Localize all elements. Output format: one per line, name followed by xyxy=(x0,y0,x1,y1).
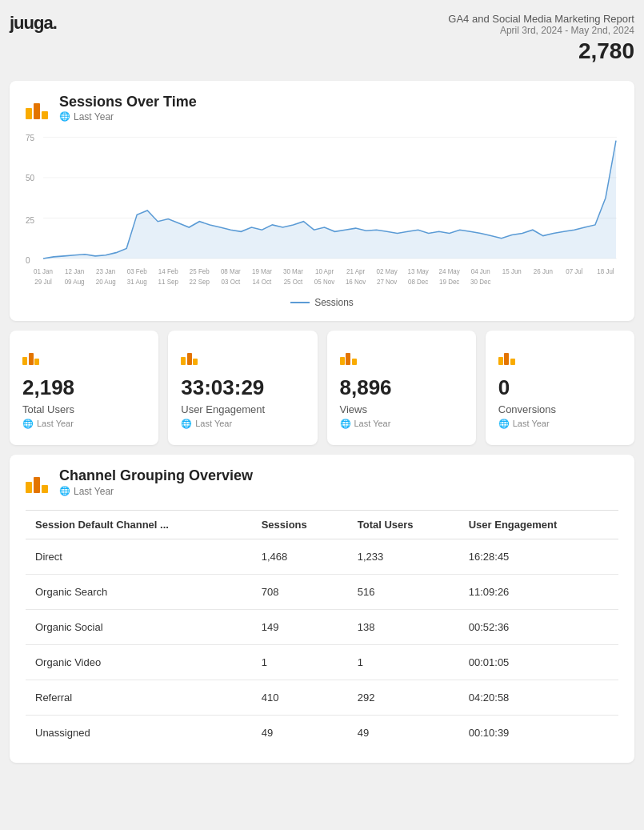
svg-text:0: 0 xyxy=(26,256,30,265)
metric-label-engagement: User Engagement xyxy=(181,403,265,415)
table-row: Direct 1,468 1,233 16:28:45 xyxy=(26,539,618,574)
svg-text:75: 75 xyxy=(26,133,34,142)
svg-text:21 Apr: 21 Apr xyxy=(346,267,365,275)
svg-text:01 Jan: 01 Jan xyxy=(34,267,53,275)
svg-text:14 Feb: 14 Feb xyxy=(158,267,178,275)
cell-users: 516 xyxy=(348,574,459,609)
col-engagement: User Engagement xyxy=(459,510,618,539)
cell-channel: Organic Search xyxy=(26,574,252,609)
globe-icon: 🌐 xyxy=(59,111,70,122)
svg-text:03 Feb: 03 Feb xyxy=(127,267,147,275)
cell-users: 292 xyxy=(348,680,459,715)
svg-text:08 Mar: 08 Mar xyxy=(221,267,241,275)
metric-value-engagement: 33:03:29 xyxy=(181,375,264,400)
metrics-row: 2,198 Total Users 🌐 Last Year 33:03:29 U… xyxy=(10,331,634,445)
svg-text:13 May: 13 May xyxy=(408,267,430,275)
channel-table: Session Default Channel ... Sessions Tot… xyxy=(26,510,618,750)
metric-subtitle-users: 🌐 Last Year xyxy=(22,419,74,429)
cell-engagement: 16:28:45 xyxy=(459,539,618,574)
svg-text:26 Jun: 26 Jun xyxy=(534,267,553,275)
sessions-title: Sessions Over Time xyxy=(59,94,197,110)
metric-value-views: 8,896 xyxy=(340,375,392,400)
svg-text:14 Oct: 14 Oct xyxy=(253,278,272,285)
channel-title: Channel Grouping Overview xyxy=(59,467,253,484)
metric-label-users: Total Users xyxy=(22,403,74,415)
channel-ga-icon xyxy=(26,469,51,495)
cell-users: 1 xyxy=(348,644,459,680)
svg-text:30 Dec: 30 Dec xyxy=(470,278,490,285)
legend-label: Sessions xyxy=(314,297,354,308)
channel-grouping-card: Channel Grouping Overview 🌐 Last Year Se… xyxy=(10,455,634,763)
cell-engagement: 11:09:26 xyxy=(459,574,618,609)
channel-table-head: Session Default Channel ... Sessions Tot… xyxy=(26,510,618,539)
legend-line xyxy=(290,302,310,303)
svg-text:30 Mar: 30 Mar xyxy=(283,267,303,275)
svg-text:09 Aug: 09 Aug xyxy=(65,278,85,285)
metric-icon-views xyxy=(340,347,359,366)
cell-sessions: 149 xyxy=(252,609,348,644)
table-row: Referral 410 292 04:20:58 xyxy=(26,680,618,715)
cell-engagement: 00:01:05 xyxy=(459,644,618,680)
report-info: GA4 and Social Media Marketing Report Ap… xyxy=(448,13,634,65)
metric-subtitle-views: 🌐 Last Year xyxy=(340,419,391,429)
report-date: April 3rd, 2024 - May 2nd, 2024 xyxy=(448,25,634,36)
metric-subtitle-conversions: 🌐 Last Year xyxy=(498,419,550,429)
sessions-over-time-card: Sessions Over Time 🌐 Last Year 75 50 25 … xyxy=(10,81,634,321)
cell-channel: Unassigned xyxy=(26,715,252,750)
svg-text:25 Oct: 25 Oct xyxy=(284,278,303,285)
svg-text:16 Nov: 16 Nov xyxy=(346,278,366,285)
ga-icon xyxy=(26,95,51,121)
sessions-card-title-block: Sessions Over Time 🌐 Last Year xyxy=(59,94,197,122)
svg-text:12 Jan: 12 Jan xyxy=(65,267,84,275)
svg-text:08 Dec: 08 Dec xyxy=(408,278,428,285)
table-row: Organic Social 149 138 00:52:36 xyxy=(26,609,618,644)
metric-value-users: 2,198 xyxy=(22,375,74,400)
chart-legend: Sessions xyxy=(26,297,618,308)
page-header: juuga. GA4 and Social Media Marketing Re… xyxy=(10,10,634,71)
channel-title-block: Channel Grouping Overview 🌐 Last Year xyxy=(59,467,253,497)
report-total: 2,780 xyxy=(448,38,634,65)
globe-icon-conversions: 🌐 xyxy=(498,419,510,429)
metric-value-conversions: 0 xyxy=(498,375,510,400)
sessions-fill xyxy=(43,140,616,258)
col-users: Total Users xyxy=(348,510,459,539)
cell-sessions: 1,468 xyxy=(252,539,348,574)
svg-text:05 Nov: 05 Nov xyxy=(314,278,335,285)
cell-engagement: 00:10:39 xyxy=(459,715,618,750)
globe-icon-channel: 🌐 xyxy=(59,486,70,496)
svg-text:19 Mar: 19 Mar xyxy=(252,267,272,275)
svg-text:15 Jun: 15 Jun xyxy=(502,267,522,275)
cell-channel: Referral xyxy=(26,680,252,715)
svg-text:29 Jul: 29 Jul xyxy=(34,278,52,285)
metric-icon-users xyxy=(22,347,42,366)
svg-text:04 Jun: 04 Jun xyxy=(471,267,490,275)
cell-sessions: 708 xyxy=(252,574,348,609)
metric-icon-conversions xyxy=(498,347,518,366)
cell-sessions: 1 xyxy=(252,644,348,680)
cell-users: 138 xyxy=(348,609,459,644)
cell-channel: Organic Social xyxy=(26,609,252,644)
svg-text:20 Aug: 20 Aug xyxy=(96,278,116,285)
cell-channel: Organic Video xyxy=(26,644,252,680)
logo: juuga. xyxy=(10,13,57,34)
table-row: Unassigned 49 49 00:10:39 xyxy=(26,715,618,750)
svg-text:31 Aug: 31 Aug xyxy=(127,278,147,285)
col-channel: Session Default Channel ... xyxy=(26,510,252,539)
sessions-subtitle: 🌐 Last Year xyxy=(59,111,197,122)
svg-text:03 Oct: 03 Oct xyxy=(222,278,241,285)
metric-user-engagement: 33:03:29 User Engagement 🌐 Last Year xyxy=(168,331,317,445)
chart-svg: 75 50 25 0 01 Jan 12 Jan 23 Jan 03 Feb 1… xyxy=(26,130,618,291)
cell-users: 1,233 xyxy=(348,539,459,574)
metric-views: 8,896 Views 🌐 Last Year xyxy=(327,331,476,445)
svg-text:02 May: 02 May xyxy=(376,267,398,275)
col-sessions: Sessions xyxy=(252,510,348,539)
svg-text:27 Nov: 27 Nov xyxy=(377,278,398,285)
metric-label-conversions: Conversions xyxy=(498,403,556,415)
sessions-chart: 75 50 25 0 01 Jan 12 Jan 23 Jan 03 Feb 1… xyxy=(26,130,618,291)
channel-header: Channel Grouping Overview 🌐 Last Year xyxy=(26,467,618,497)
globe-icon-views: 🌐 xyxy=(340,419,351,429)
globe-icon-users: 🌐 xyxy=(22,419,34,429)
cell-channel: Direct xyxy=(26,539,252,574)
metric-conversions: 0 Conversions 🌐 Last Year xyxy=(486,331,634,445)
metric-total-users: 2,198 Total Users 🌐 Last Year xyxy=(10,331,158,445)
